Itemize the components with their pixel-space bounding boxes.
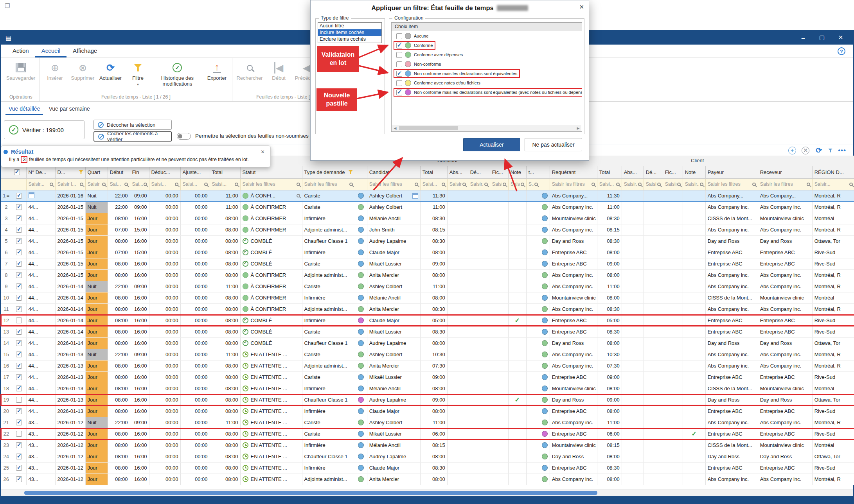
filter-cell[interactable]: Saisir...: [683, 178, 705, 190]
filter-icon[interactable]: [79, 170, 83, 174]
row-checkbox[interactable]: [16, 408, 22, 414]
col-candidat[interactable]: Candidat: [367, 166, 420, 178]
row-select-cell[interactable]: [12, 315, 26, 326]
row-select-cell[interactable]: [12, 428, 26, 439]
table-row[interactable]: 22 43... 2026-01-12 Jour 08:00 16:00 00:…: [1, 428, 854, 439]
filter-cell[interactable]: Saisir les filtres: [758, 178, 812, 190]
table-row[interactable]: 4 44... 2026-01-15 Jour 07:00 15:00 00:0…: [1, 224, 854, 235]
col-abs-2[interactable]: Abs...: [622, 166, 644, 178]
table-row[interactable]: 2 44... 2026-01-15 Nuit 22:00 09:00 00:0…: [1, 201, 854, 213]
scrollbar-thumb[interactable]: [24, 491, 597, 495]
table-row[interactable]: 21 43... 2026-01-12 Nuit 22:00 09:00 00:…: [1, 417, 854, 428]
filter-cell[interactable]: Sai...: [130, 178, 149, 190]
table-row[interactable]: 25 43... 2026-01-12 Jour 08:00 16:00 00:…: [1, 462, 854, 474]
table-row[interactable]: 8 44... 2026-01-15 Jour 08:00 16:00 00:0…: [1, 269, 854, 281]
row-select-cell[interactable]: [12, 383, 26, 394]
filter-cell[interactable]: Saisir les filtres: [367, 178, 420, 190]
row-select-cell[interactable]: [12, 451, 26, 462]
filter-icon[interactable]: [349, 170, 353, 174]
row-checkbox[interactable]: [16, 442, 22, 448]
filter-cell[interactable]: Saisi...: [149, 178, 180, 190]
status-choice-row[interactable]: Non-conforme mais les déclarations sont …: [392, 69, 582, 78]
choice-checkbox[interactable]: [396, 90, 402, 95]
col-t[interactable]: t...: [526, 166, 540, 178]
add-icon[interactable]: +: [788, 147, 796, 154]
row-select-cell[interactable]: [12, 349, 26, 360]
row-select-cell[interactable]: [12, 213, 26, 224]
row-checkbox[interactable]: [16, 420, 22, 425]
row-select-cell[interactable]: [12, 462, 26, 474]
col-type[interactable]: Type de demande: [302, 166, 355, 178]
table-row[interactable]: 6 44... 2026-01-15 Jour 07:00 15:00 00:0…: [1, 247, 854, 258]
status-choice-row[interactable]: Non-conforme: [392, 59, 582, 69]
col-debut[interactable]: Début: [108, 166, 130, 178]
delete-button[interactable]: Supprimer: [68, 59, 97, 82]
search-button[interactable]: Rechercher: [234, 59, 265, 82]
row-checkbox[interactable]: [16, 454, 22, 459]
close-icon[interactable]: ✕: [579, 4, 584, 11]
scroll-right-icon[interactable]: ▶: [575, 125, 581, 131]
row-select-cell[interactable]: [12, 371, 26, 383]
col-deduction[interactable]: Déduc...: [149, 166, 180, 178]
col-abs[interactable]: Abs...: [447, 166, 468, 178]
menu-tab[interactable]: Action: [6, 45, 35, 57]
row-checkbox[interactable]: [16, 238, 22, 244]
row-select-cell[interactable]: [12, 269, 26, 281]
col-select[interactable]: [12, 166, 26, 178]
filter-cell[interactable]: Saisir...: [468, 178, 490, 190]
table-row[interactable]: 18 44... 2026-01-13 Jour 08:00 16:00 00:…: [1, 383, 854, 394]
close-icon[interactable]: ✕: [802, 147, 809, 154]
allow-unsubmitted-toggle[interactable]: [177, 133, 191, 140]
table-row[interactable]: 10 44... 2026-01-14 Jour 08:00 16:00 00:…: [1, 292, 854, 303]
filter-icon[interactable]: [828, 149, 832, 152]
row-checkbox[interactable]: [16, 204, 22, 210]
filter-cell[interactable]: Saisir les filtres: [705, 178, 758, 190]
row-checkbox[interactable]: [16, 363, 22, 369]
table-row[interactable]: 24 43... 2026-01-12 Jour 08:00 16:00 00:…: [1, 451, 854, 462]
col-date[interactable]: D...: [55, 166, 85, 178]
update-button[interactable]: Actualiser: [463, 138, 520, 151]
row-checkbox[interactable]: [16, 283, 22, 289]
filter-cell[interactable]: Saisir...: [26, 178, 55, 190]
col-total-requerant[interactable]: Total: [597, 166, 622, 178]
row-checkbox[interactable]: [16, 272, 22, 278]
filter-type-option[interactable]: Exclure items cochés: [318, 36, 381, 43]
row-select-cell[interactable]: [12, 201, 26, 213]
help-icon[interactable]: ?: [838, 47, 845, 55]
refresh-button[interactable]: Actualiser: [97, 59, 124, 82]
table-row[interactable]: 12 44... 2026-01-14 Jour 08:00 16:00 00:…: [1, 315, 854, 326]
more-options-icon[interactable]: •••: [838, 147, 846, 154]
table-row[interactable]: 20 44... 2026-01-13 Jour 08:00 16:00 00:…: [1, 405, 854, 417]
filter-cell[interactable]: Saisir...: [447, 178, 468, 190]
filter-cell[interactable]: [355, 178, 367, 190]
row-checkbox[interactable]: [16, 476, 22, 482]
filter-cell[interactable]: S...: [526, 178, 540, 190]
tab-detailed-view[interactable]: Vue détaillée: [5, 104, 43, 115]
row-select-cell[interactable]: [12, 394, 26, 405]
scrollbar-thumb[interactable]: [399, 126, 458, 130]
col-note[interactable]: Note: [508, 166, 526, 178]
table-row[interactable]: 11 44... 2026-01-14 Jour 08:00 16:00 00:…: [1, 303, 854, 315]
row-checkbox[interactable]: [16, 431, 22, 437]
row-select-cell[interactable]: [12, 337, 26, 349]
table-row[interactable]: 15 44... 2026-01-13 Nuit 22:00 09:00 00:…: [1, 349, 854, 360]
col-note-2[interactable]: Note: [683, 166, 705, 178]
row-select-cell[interactable]: [12, 247, 26, 258]
filter-cell[interactable]: Saisir...: [663, 178, 683, 190]
choice-checkbox[interactable]: [396, 52, 402, 58]
history-button[interactable]: Historique des modifications: [151, 59, 203, 88]
table-row[interactable]: 17 44... 2026-01-13 Jour 08:00 16:00 00:…: [1, 371, 854, 383]
select-all-checkbox[interactable]: [14, 169, 20, 175]
choice-checkbox[interactable]: [396, 61, 402, 67]
row-checkbox[interactable]: [16, 193, 22, 199]
row-select-cell[interactable]: [12, 474, 26, 485]
filter-type-option[interactable]: Aucun filtre: [318, 23, 381, 29]
filter-button[interactable]: Filtre ▾: [124, 59, 151, 87]
row-checkbox[interactable]: [16, 249, 22, 255]
col-state-dot-2[interactable]: [540, 166, 550, 178]
status-choice-row[interactable]: Conforme: [392, 41, 582, 50]
row-checkbox[interactable]: [16, 397, 22, 403]
col-fic[interactable]: Fic...: [490, 166, 508, 178]
dialog-horizontal-scrollbar[interactable]: ◀ ▶: [392, 125, 581, 131]
filter-cell[interactable]: Saisir les filtres: [302, 178, 355, 190]
